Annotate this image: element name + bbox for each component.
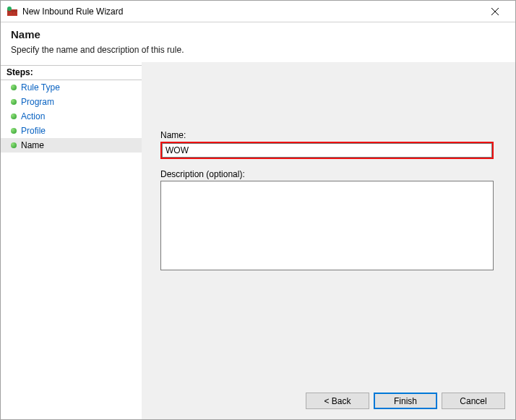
svg-rect-8 xyxy=(15,12,16,14)
bullet-icon xyxy=(11,142,17,148)
step-profile[interactable]: Profile xyxy=(1,124,142,138)
wizard-body: Steps: Rule Type Program Action Profile … xyxy=(1,62,515,419)
step-label: Name xyxy=(21,140,44,150)
close-button[interactable] xyxy=(481,1,509,22)
step-name[interactable]: Name xyxy=(1,138,142,153)
close-icon xyxy=(491,8,499,15)
description-label: Description (optional): xyxy=(160,169,494,179)
name-highlight xyxy=(160,142,494,159)
finish-button[interactable]: Finish xyxy=(374,393,437,409)
steps-sidebar: Steps: Rule Type Program Action Profile … xyxy=(1,62,142,419)
name-label: Name: xyxy=(160,130,494,140)
description-input[interactable] xyxy=(160,181,494,270)
step-action[interactable]: Action xyxy=(1,109,142,124)
svg-point-9 xyxy=(7,7,12,11)
bullet-icon xyxy=(11,85,17,90)
page-subtitle: Specify the name and description of this… xyxy=(11,45,505,55)
main-panel: Name: Description (optional): < Back Fin… xyxy=(142,62,515,419)
svg-rect-6 xyxy=(9,12,9,14)
back-button[interactable]: < Back xyxy=(306,393,369,409)
titlebar: New Inbound Rule Wizard xyxy=(1,1,515,22)
firewall-icon xyxy=(7,6,18,17)
button-row: < Back Finish Cancel xyxy=(142,385,515,419)
wizard-window: New Inbound Rule Wizard Name Specify the… xyxy=(0,0,516,420)
step-label: Profile xyxy=(21,126,46,136)
name-input[interactable] xyxy=(162,143,492,158)
wizard-header: Name Specify the name and description of… xyxy=(1,22,515,62)
window-title: New Inbound Rule Wizard xyxy=(22,7,481,17)
svg-rect-3 xyxy=(7,14,17,14)
step-program[interactable]: Program xyxy=(1,95,142,109)
step-label: Action xyxy=(21,111,45,121)
steps-header: Steps: xyxy=(1,65,142,80)
svg-rect-7 xyxy=(12,12,13,14)
step-rule-type[interactable]: Rule Type xyxy=(1,80,142,95)
form-area: Name: Description (optional): xyxy=(142,62,515,385)
step-label: Rule Type xyxy=(21,82,60,93)
cancel-button[interactable]: Cancel xyxy=(442,393,505,409)
bullet-icon xyxy=(11,128,17,134)
svg-rect-5 xyxy=(14,9,14,12)
step-label: Program xyxy=(21,97,54,107)
bullet-icon xyxy=(11,113,17,119)
page-title: Name xyxy=(11,28,505,40)
bullet-icon xyxy=(11,99,17,105)
